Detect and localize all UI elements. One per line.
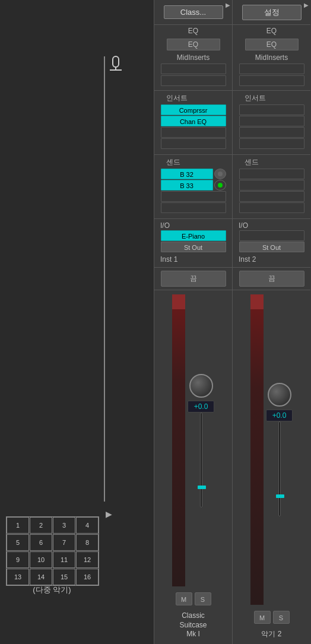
svg-rect-0 [113, 56, 119, 67]
ch2-mute-button[interactable]: 끔 [239, 271, 304, 287]
key-15[interactable]: 15 [53, 569, 75, 585]
multi-instrument-label: (다중 악기) [6, 585, 98, 595]
left-area: ▶ 1 2 3 4 5 6 7 8 9 10 11 12 13 14 15 16… [0, 0, 157, 644]
ch1-fader-track[interactable] [200, 413, 202, 507]
key-12[interactable]: 12 [76, 551, 99, 568]
ch2-inserts-section: 인서트 [233, 92, 310, 151]
key-6[interactable]: 6 [30, 534, 52, 551]
key-8[interactable]: 8 [76, 534, 99, 551]
ch2-vu-meter [250, 294, 264, 605]
ch1-vu-meter [172, 294, 185, 586]
ch1-insert-1[interactable]: Comprssr [161, 104, 226, 115]
ch1-send-empty-2 [161, 202, 226, 213]
keyboard-grid: 1 2 3 4 5 6 7 8 9 10 11 12 13 14 15 16 [6, 516, 99, 586]
ch1-eq-label: EQ [154, 25, 232, 37]
ch1-midinsert-slot-1 [161, 64, 226, 74]
ch1-send-slot-2[interactable]: B 33 [161, 180, 213, 191]
ch1-send-slot-1[interactable]: B 32 [161, 169, 213, 179]
instrument-line [104, 56, 105, 502]
ch2-vu-bar [250, 294, 264, 605]
key-1[interactable]: 1 [7, 517, 29, 534]
ch2-header: 설정 ▶ [233, 0, 310, 25]
ch2-send-slot-4 [239, 202, 304, 213]
ch2-m-button[interactable]: M [254, 611, 271, 624]
ch2-inserts-label: 인서트 [239, 93, 310, 104]
ch1-send-green-dot [218, 183, 223, 188]
ch1-inserts-label: 인서트 [160, 93, 232, 104]
key-10[interactable]: 10 [30, 551, 52, 568]
key-13[interactable]: 13 [7, 569, 29, 585]
ch2-fader-thumb[interactable] [276, 494, 284, 498]
ch1-sends-label: 센드 [160, 157, 232, 168]
ch2-sends-label: 센드 [239, 157, 310, 168]
ch2-midinsert-slot-2 [239, 75, 304, 86]
ch1-m-button[interactable]: M [176, 592, 192, 605]
ch2-inst-label: Inst 2 [239, 255, 310, 264]
ch2-io-label: I/O [239, 221, 310, 230]
ch1-knob-area: +0.0 [188, 374, 214, 507]
ch2-insert-1 [239, 104, 304, 115]
key-2[interactable]: 2 [30, 517, 52, 534]
ch1-send-row-1: B 32 [161, 169, 226, 179]
ch2-send-slot-2 [239, 180, 304, 191]
ch1-io-section: I/O E-Piano St Out [154, 220, 232, 254]
ch1-s-button[interactable]: S [195, 592, 211, 605]
ch1-midinsert-slot-2 [161, 75, 226, 86]
ch1-name-button[interactable]: Class... [164, 5, 223, 19]
ch1-name-bottom: Classic Suitcase Mk I [154, 608, 232, 644]
key-5[interactable]: 5 [7, 534, 29, 551]
ch1-fader-value[interactable]: +0.0 [188, 401, 214, 413]
ch1-corner-arrow: ▶ [226, 2, 230, 8]
ch2-fader-track[interactable] [278, 421, 281, 516]
ch1-insert-2[interactable]: Chan EQ [161, 116, 226, 126]
arrow-icon-left: ▶ [106, 509, 112, 519]
ch2-insert-2 [239, 116, 304, 126]
ch1-pan-knob[interactable] [189, 374, 213, 398]
ch2-io-input-empty [239, 230, 304, 241]
ch2-io-output[interactable]: St Out [239, 242, 304, 252]
ch2-insert-4 [239, 138, 304, 149]
ch1-mute-button[interactable]: 끔 [161, 271, 226, 287]
ch1-insert-4 [161, 138, 226, 149]
ch2-corner-arrow: ▶ [304, 2, 309, 8]
channel-1: Class... ▶ EQ EQ MidInserts 인서트 Comprssr… [154, 0, 232, 644]
key-9[interactable]: 9 [7, 551, 29, 568]
ch2-eq-button[interactable]: EQ [245, 39, 299, 50]
channels-area: Class... ▶ EQ EQ MidInserts 인서트 Comprssr… [154, 0, 311, 644]
ch2-midinsert-slot-1 [239, 64, 304, 74]
ch2-pan-knob[interactable] [268, 383, 291, 407]
key-4[interactable]: 4 [76, 517, 99, 534]
ch2-eq-label: EQ [233, 25, 310, 37]
ch1-bottom-buttons: M S [154, 589, 232, 608]
ch2-vu-top-red [250, 294, 264, 309]
ch1-eq-button[interactable]: EQ [167, 39, 220, 50]
ch1-inst-label: Inst 1 [160, 255, 232, 264]
ch2-sends-section: 센드 [233, 156, 310, 215]
ch1-io-input[interactable]: E-Piano [161, 230, 226, 241]
key-3[interactable]: 3 [53, 517, 75, 534]
ch1-send-btn-2[interactable] [214, 180, 226, 191]
ch2-s-button[interactable]: S [273, 611, 290, 624]
ch2-name-button[interactable]: 설정 [242, 5, 302, 20]
ch1-io-label: I/O [160, 221, 232, 230]
channel-2: 설정 ▶ EQ EQ MidInserts 인서트 센드 [232, 0, 310, 644]
ch1-io-output[interactable]: St Out [161, 242, 226, 252]
key-16[interactable]: 16 [76, 569, 99, 585]
key-11[interactable]: 11 [53, 551, 75, 568]
ch1-sends-section: 센드 B 32 B 33 [154, 156, 232, 215]
ch1-inserts-section: 인서트 Comprssr Chan EQ [154, 92, 232, 151]
mic-icon [95, 53, 125, 71]
ch2-bottom-buttons: M S [233, 608, 310, 627]
ch2-midinserts-label: MidInserts [233, 52, 310, 63]
key-14[interactable]: 14 [30, 569, 52, 585]
ch1-send-btn-1[interactable] [214, 169, 226, 179]
ch2-insert-3 [239, 127, 304, 138]
ch1-fader-thumb[interactable] [198, 486, 206, 489]
ch2-send-slot-1 [239, 169, 304, 179]
ch1-vu-bar [172, 294, 185, 586]
ch1-header: Class... ▶ [154, 0, 232, 25]
ch1-midinserts-label: MidInserts [154, 52, 232, 63]
ch2-fader-section: +0.0 [233, 291, 310, 608]
key-7[interactable]: 7 [53, 534, 75, 551]
ch2-fader-value[interactable]: +0.0 [266, 410, 293, 421]
